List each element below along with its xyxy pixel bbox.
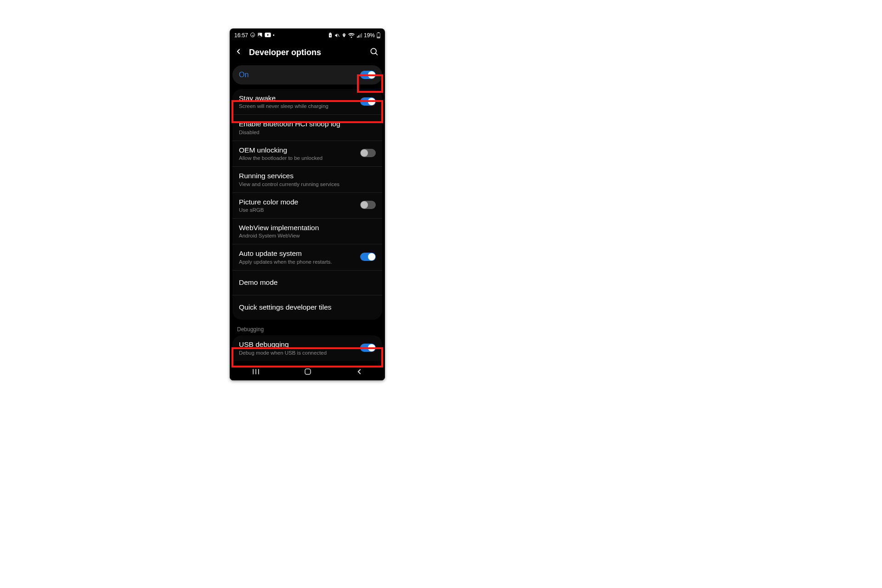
phone-frame: 16:57 • <box>230 28 385 380</box>
svg-rect-10 <box>377 37 379 38</box>
setting-row-bt-hci[interactable]: Enable Bluetooth HCI snoop logDisabled <box>232 115 382 141</box>
setting-title: WebView implementation <box>239 223 376 232</box>
setting-row-pic-color[interactable]: Picture color modeUse sRGB <box>232 193 382 219</box>
svg-rect-9 <box>378 32 379 33</box>
back-button[interactable] <box>234 47 243 57</box>
svg-point-0 <box>251 33 255 37</box>
setting-row-webview[interactable]: WebView implementationAndroid System Web… <box>232 219 382 244</box>
setting-row-oem-unlock[interactable]: OEM unlockingAllow the bootloader to be … <box>232 141 382 167</box>
app-header: Developer options <box>230 41 385 62</box>
back-nav-button[interactable] <box>355 368 363 378</box>
setting-title: OEM unlocking <box>239 146 356 154</box>
status-time: 16:57 <box>234 32 248 39</box>
svg-line-6 <box>338 34 339 37</box>
toggle-oem-unlock[interactable] <box>360 149 376 157</box>
setting-row-stay-awake[interactable]: Stay awakeScreen will never sleep while … <box>232 89 382 115</box>
battery-saver-icon <box>328 33 333 38</box>
toggle-pic-color[interactable] <box>360 201 376 209</box>
signal-icon <box>356 33 362 38</box>
setting-subtitle: Screen will never sleep while charging <box>239 103 356 109</box>
master-toggle-label: On <box>239 71 249 79</box>
setting-row-auto-update[interactable]: Auto update systemApply updates when the… <box>232 244 382 270</box>
search-icon <box>369 47 379 56</box>
status-bar: 16:57 • <box>230 28 385 41</box>
svg-rect-5 <box>329 33 331 34</box>
master-toggle-row[interactable]: On <box>232 65 382 85</box>
toggle-stay-awake[interactable] <box>360 97 376 106</box>
wifi-icon <box>348 33 355 38</box>
location-icon <box>342 33 346 38</box>
home-button[interactable] <box>304 368 312 378</box>
setting-subtitle: Disabled <box>239 130 376 135</box>
settings-list: Stay awakeScreen will never sleep while … <box>232 89 382 320</box>
setting-subtitle: Use sRGB <box>239 207 356 213</box>
setting-subtitle: Debug mode when USB is connected <box>239 350 356 356</box>
setting-row-qs-tiles[interactable]: Quick settings developer tiles <box>232 295 382 320</box>
battery-icon <box>377 32 380 39</box>
setting-title: Running services <box>239 171 376 180</box>
whatsapp-icon <box>250 32 255 39</box>
setting-title: Stay awake <box>239 94 356 102</box>
setting-title: Quick settings developer tiles <box>239 300 376 314</box>
toggle-usb-debug[interactable] <box>360 344 376 352</box>
youtube-icon <box>265 33 271 38</box>
setting-subtitle: Apply updates when the phone restarts. <box>239 259 356 265</box>
debugging-list: USB debuggingDebug mode when USB is conn… <box>232 335 382 361</box>
setting-title: Enable Bluetooth HCI snoop log <box>239 119 376 128</box>
svg-point-7 <box>344 34 345 35</box>
setting-subtitle: View and control currently running servi… <box>239 181 376 187</box>
setting-subtitle: Android System WebView <box>239 233 376 238</box>
recents-button[interactable] <box>251 368 260 377</box>
setting-title: Demo mode <box>239 275 376 289</box>
search-button[interactable] <box>369 47 379 58</box>
setting-row-demo-mode[interactable]: Demo mode <box>232 271 382 295</box>
toggle-auto-update[interactable] <box>360 253 376 261</box>
setting-subtitle: Allow the bootloader to be unlocked <box>239 155 356 161</box>
android-navbar <box>230 365 385 380</box>
svg-line-12 <box>376 53 378 55</box>
setting-row-running-svc[interactable]: Running servicesView and control current… <box>232 167 382 192</box>
setting-title: USB debugging <box>239 340 356 349</box>
battery-percent: 19% <box>364 32 375 39</box>
svg-point-11 <box>371 48 376 54</box>
image-icon <box>257 32 263 39</box>
page-title: Developer options <box>249 48 363 57</box>
setting-title: Auto update system <box>239 249 356 258</box>
section-header-debugging: Debugging <box>230 320 385 335</box>
master-toggle[interactable] <box>360 71 376 79</box>
svg-rect-16 <box>305 369 311 374</box>
chevron-left-icon <box>234 47 243 56</box>
more-notifications-icon: • <box>273 33 275 38</box>
mute-icon <box>334 33 340 38</box>
svg-point-2 <box>259 34 260 34</box>
setting-row-usb-debug[interactable]: USB debuggingDebug mode when USB is conn… <box>232 335 382 361</box>
setting-title: Picture color mode <box>239 198 356 206</box>
